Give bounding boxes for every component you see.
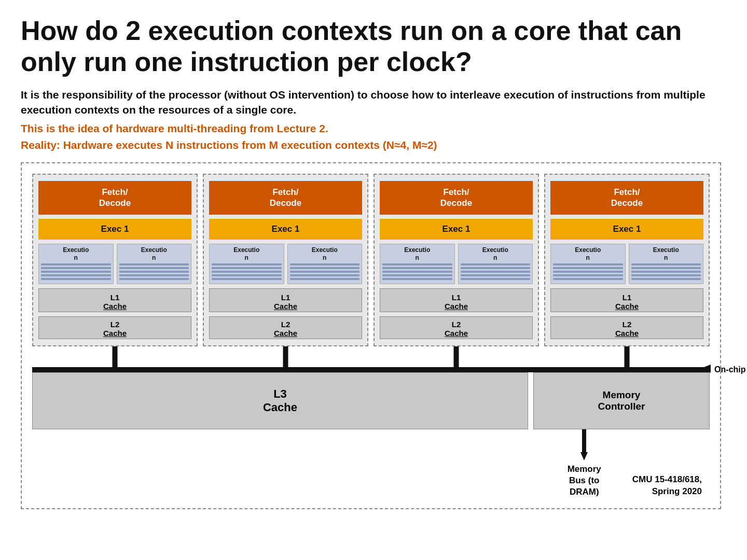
exec1-2: Exec 1 [380,219,533,240]
exec-lines-1-1 [290,263,360,280]
interconnect-label: On-chip interconnect [714,365,747,374]
exec-context-3-0: Executio n [550,244,626,284]
highlight1-text: This is the idea of hardware multi-threa… [21,120,726,137]
exec-lines-2-1 [461,263,531,280]
highlight2-text: Reality: Hardware executes N instruction… [21,137,726,153]
memory-bus-col: Memory Bus (to DRAM) [568,429,601,498]
svg-rect-2 [454,346,459,367]
exec-context-label-3-0: Executio n [553,246,623,261]
l1-cache-0: L1Cache [38,288,191,312]
fetch-decode-3: Fetch/ Decode [550,181,703,215]
exec-context-label-1-1: Executio n [290,246,360,261]
core-box-3: Fetch/ DecodeExec 1Executio nExecutio nL… [544,174,710,346]
l1-cache-3: L1Cache [550,288,703,312]
exec-lines-1-0 [212,263,282,280]
execution-contexts-1: Executio nExecutio n [209,244,362,284]
exec-context-label-0-0: Executio n [41,246,111,261]
memory-bus-label: Memory Bus (to DRAM) [568,464,601,498]
svg-marker-4 [700,365,711,373]
memory-controller-box: Memory Controller [533,372,710,429]
subtitle-text: It is the responsibility of the processo… [21,87,726,118]
l1-cache-2: L1Cache [380,288,533,312]
exec1-0: Exec 1 [38,219,191,240]
core-box-0: Fetch/ DecodeExec 1Executio nExecutio nL… [32,174,198,346]
l2-cache-2: L2Cache [380,316,533,339]
exec-lines-0-1 [119,263,189,280]
svg-rect-1 [283,346,288,367]
l2-cache-3: L2Cache [550,316,703,339]
l2-cache-1: L2Cache [209,316,362,339]
exec-context-label-0-1: Executio n [119,246,189,261]
fetch-decode-0: Fetch/ Decode [38,181,191,215]
bottom-boxes: L3 Cache Memory Controller [32,372,710,429]
exec1-1: Exec 1 [209,219,362,240]
diagram-outer: Fetch/ DecodeExec 1Executio nExecutio nL… [21,162,721,509]
exec-lines-2-0 [382,263,452,280]
page-title: How do 2 execution contexts run on a cor… [21,16,726,78]
core-box-1: Fetch/ DecodeExec 1Executio nExecutio nL… [203,174,368,346]
fetch-decode-2: Fetch/ Decode [380,181,533,215]
cmu-label: CMU 15-418/618, Spring 2020 [632,473,702,498]
execution-contexts-0: Executio nExecutio n [38,244,191,284]
execution-contexts-3: Executio nExecutio n [550,244,703,284]
svg-rect-3 [625,346,630,367]
core-box-2: Fetch/ DecodeExec 1Executio nExecutio nL… [374,174,539,346]
svg-rect-0 [113,346,118,367]
exec-context-1-1: Executio n [287,244,363,284]
cores-row: Fetch/ DecodeExec 1Executio nExecutio nL… [32,174,710,346]
memory-bus-arrow [580,429,588,460]
exec-lines-3-1 [631,263,701,280]
exec-context-label-2-0: Executio n [382,246,452,261]
exec-context-3-1: Executio n [629,244,704,284]
execution-contexts-2: Executio nExecutio n [380,244,533,284]
exec-lines-3-0 [553,263,623,280]
exec-context-0-1: Executio n [117,244,192,284]
exec-context-2-1: Executio n [458,244,533,284]
l2-cache-0: L2Cache [38,316,191,339]
main-title: How do 2 execution contexts run on a cor… [21,16,726,78]
exec1-3: Exec 1 [550,219,703,240]
exec-context-label-2-1: Executio n [461,246,531,261]
diagram-wrapper: Fetch/ DecodeExec 1Executio nExecutio nL… [32,174,710,498]
exec-context-label-3-1: Executio n [631,246,701,261]
exec-context-2-0: Executio n [380,244,455,284]
l1-cache-1: L1Cache [209,288,362,312]
exec-lines-0-0 [41,263,111,280]
exec-context-label-1-0: Executio n [212,246,282,261]
fetch-decode-1: Fetch/ Decode [209,181,362,215]
exec-context-1-0: Executio n [209,244,284,284]
exec-context-0-0: Executio n [38,244,114,284]
l3-cache-box: L3 Cache [32,372,528,429]
svg-marker-6 [580,452,588,460]
